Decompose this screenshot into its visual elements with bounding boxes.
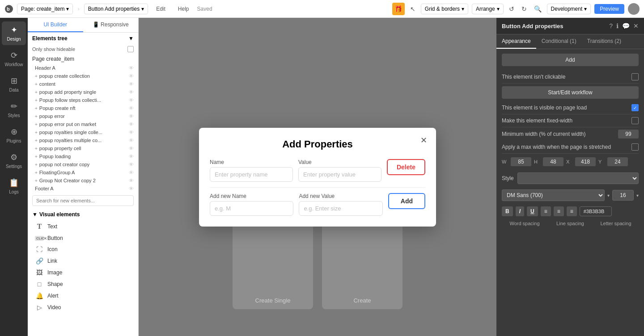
sidebar-item-design[interactable]: ✦ Design xyxy=(2,21,26,45)
chat-icon[interactable]: 💬 xyxy=(622,22,630,29)
element-item-text[interactable]: T Text xyxy=(28,220,138,233)
info-icon[interactable]: ℹ xyxy=(616,22,619,29)
visibility-icon[interactable]: 👁 xyxy=(129,89,134,95)
sidebar-item-settings[interactable]: ⚙ Settings xyxy=(2,149,26,172)
underline-button[interactable]: U xyxy=(527,206,538,216)
element-item-shape[interactable]: □ Shape xyxy=(28,278,138,290)
help-button[interactable]: Help xyxy=(174,4,194,14)
page-node[interactable]: Page create_item xyxy=(28,54,138,64)
tab-transitions[interactable]: Transitions (2) xyxy=(582,34,627,49)
value-input[interactable] xyxy=(298,167,381,182)
element-item-image[interactable]: 🖼 Image xyxy=(28,267,138,278)
sidebar-item-data[interactable]: ⊞ Data xyxy=(2,72,26,96)
list-item[interactable]: +FloatingGroup A 👁 xyxy=(28,168,138,176)
color-swatch[interactable]: #3B3B3B xyxy=(580,206,612,216)
element-item-link[interactable]: 🔗 Link xyxy=(28,255,138,267)
font-size-input[interactable] xyxy=(612,190,634,201)
search-button[interactable]: 🔍 xyxy=(532,4,543,14)
undo-button[interactable]: ↺ xyxy=(507,4,516,14)
list-item[interactable]: +popup royalties multiple co... 👁 xyxy=(28,136,138,144)
rp-add-button[interactable]: Add xyxy=(502,54,639,66)
add-new-name-input[interactable] xyxy=(210,201,293,216)
element-item-icon[interactable]: ⛶ Icon xyxy=(28,244,138,255)
visibility-icon[interactable]: 👁 xyxy=(129,146,134,151)
visibility-icon[interactable]: 👁 xyxy=(129,97,134,103)
list-item[interactable]: +Popup loading 👁 xyxy=(28,152,138,160)
visibility-icon[interactable]: 👁 xyxy=(129,170,134,175)
width-input[interactable] xyxy=(511,157,531,166)
visible-toggle[interactable]: ✓ xyxy=(631,104,639,111)
grid-borders-dropdown[interactable]: Grid & borders ▾ xyxy=(421,4,468,14)
y-input[interactable] xyxy=(607,157,628,166)
development-dropdown[interactable]: Development ▾ xyxy=(547,4,591,14)
visibility-icon[interactable]: 👁 xyxy=(129,73,134,79)
list-item[interactable]: +Group Not Creator copy 2 👁 xyxy=(28,176,138,185)
tab-appearance[interactable]: Appearance xyxy=(496,34,536,49)
x-input[interactable] xyxy=(575,157,596,166)
page-dropdown[interactable]: Page: create_item ▾ xyxy=(17,4,73,14)
italic-button[interactable]: I xyxy=(516,206,524,216)
logo[interactable]: b xyxy=(4,4,13,13)
align-center-button[interactable]: ≡ xyxy=(554,206,564,216)
search-elements-input[interactable] xyxy=(32,195,134,206)
help-icon[interactable]: ? xyxy=(609,22,613,29)
bold-button[interactable]: B xyxy=(502,206,513,216)
collapse-icon[interactable]: ▼ xyxy=(128,35,134,42)
add-new-value-input[interactable] xyxy=(299,201,382,216)
tree-item-header-a[interactable]: Header A 👁 xyxy=(28,64,138,72)
font-select[interactable]: DM Sans (700) xyxy=(502,189,605,201)
tab-conditional[interactable]: Conditional (1) xyxy=(536,34,582,49)
style-select[interactable] xyxy=(517,172,639,184)
visibility-icon[interactable]: 👁 xyxy=(129,65,134,71)
pointer-tool[interactable]: ↖ xyxy=(408,4,417,14)
delete-button[interactable]: Delete xyxy=(387,159,425,175)
add-button[interactable]: Add xyxy=(390,195,424,207)
modal-close-button[interactable]: ✕ xyxy=(417,134,430,147)
sidebar-item-workflow[interactable]: ⟳ Workflow xyxy=(2,47,26,71)
align-right-button[interactable]: ≡ xyxy=(567,206,577,216)
visibility-icon[interactable]: 👁 xyxy=(129,154,134,159)
element-item-button[interactable]: CLICK Button xyxy=(28,233,138,244)
list-item[interactable]: +popup not creator copy 👁 xyxy=(28,160,138,168)
list-item[interactable]: +content 👁 xyxy=(28,80,138,88)
fixed-width-toggle[interactable] xyxy=(631,117,639,124)
redo-button[interactable]: ↻ xyxy=(520,4,529,14)
preview-button[interactable]: Preview xyxy=(594,4,624,14)
visibility-icon[interactable]: 👁 xyxy=(129,162,134,167)
arrange-dropdown[interactable]: Arrange ▾ xyxy=(472,4,504,14)
tab-ui-builder[interactable]: UI Builder xyxy=(28,18,83,32)
visibility-icon[interactable]: 👁 xyxy=(129,178,134,183)
list-item[interactable]: +popup royalties single colle... 👁 xyxy=(28,128,138,136)
sidebar-item-styles[interactable]: ✏ Styles xyxy=(2,98,26,122)
name-input[interactable] xyxy=(210,167,293,182)
list-item[interactable]: +Popup follow steps collecti... 👁 xyxy=(28,96,138,104)
list-item[interactable]: +Popup create nft 👁 xyxy=(28,104,138,112)
element-item-video[interactable]: ▷ Video xyxy=(28,302,138,313)
visibility-icon[interactable]: 👁 xyxy=(129,81,134,87)
visibility-icon[interactable]: 👁 xyxy=(129,186,134,191)
list-item[interactable]: Footer A 👁 xyxy=(28,185,138,193)
only-show-checkbox[interactable] xyxy=(127,46,134,52)
tab-responsive[interactable]: 📱 Responsive xyxy=(83,18,139,32)
button-dropdown[interactable]: Button Add properties ▾ xyxy=(84,4,148,14)
align-left-button[interactable]: ≡ xyxy=(541,206,551,216)
workflow-button[interactable]: Start/Edit workflow xyxy=(502,86,639,99)
visibility-icon[interactable]: 👁 xyxy=(129,105,134,111)
element-item-alert[interactable]: 🔔 Alert xyxy=(28,290,138,302)
visibility-icon[interactable]: 👁 xyxy=(129,138,134,143)
visibility-icon[interactable]: 👁 xyxy=(129,130,134,135)
max-width-toggle[interactable] xyxy=(631,143,639,151)
edit-button[interactable]: Edit xyxy=(152,4,170,14)
min-width-input[interactable] xyxy=(618,130,639,139)
visibility-icon[interactable]: 👁 xyxy=(129,113,134,119)
close-icon[interactable]: ✕ xyxy=(633,22,639,29)
sidebar-item-plugins[interactable]: ⊕ Plugins xyxy=(2,123,26,147)
not-clickable-toggle[interactable] xyxy=(631,73,639,80)
list-item[interactable]: +popup create collection 👁 xyxy=(28,72,138,80)
list-item[interactable]: +popup property cell 👁 xyxy=(28,144,138,152)
user-avatar[interactable] xyxy=(628,3,640,15)
visual-elements-header[interactable]: ▼ Visual elements xyxy=(28,209,138,220)
sidebar-item-logs[interactable]: 📋 Logs xyxy=(2,174,26,198)
list-item[interactable]: +popup error put on market 👁 xyxy=(28,120,138,128)
gift-button[interactable]: 🎁 xyxy=(392,3,405,15)
